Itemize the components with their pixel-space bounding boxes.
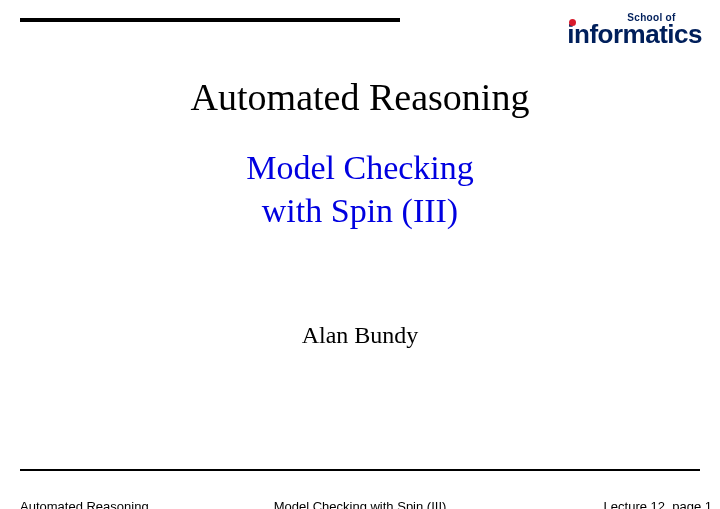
bottom-horizontal-rule — [20, 469, 700, 471]
slide-author: Alan Bundy — [0, 322, 720, 349]
slide-content: Automated Reasoning Model Checking with … — [0, 75, 720, 349]
subtitle-line-1: Model Checking — [246, 149, 474, 186]
logo-main-text: informatics — [567, 23, 702, 46]
school-logo: School of informatics — [567, 12, 702, 46]
logo-wordmark: nformatics — [574, 19, 702, 49]
footer-right: Lecture 12, page 1 — [604, 499, 712, 509]
slide-title: Automated Reasoning — [0, 75, 720, 119]
top-horizontal-rule — [20, 18, 400, 22]
slide-subtitle: Model Checking with Spin (III) — [0, 147, 720, 232]
subtitle-line-2: with Spin (III) — [262, 192, 458, 229]
